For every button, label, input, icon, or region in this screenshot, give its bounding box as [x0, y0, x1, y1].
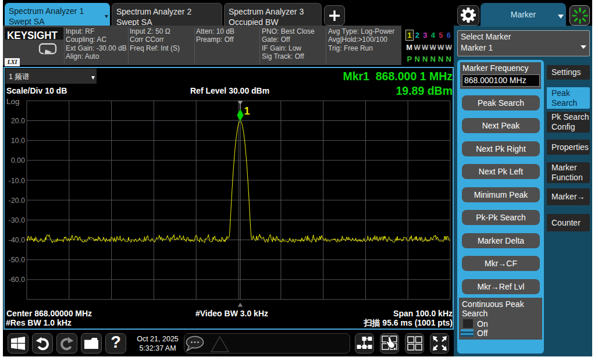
svg-text:1: 1: [244, 105, 250, 117]
